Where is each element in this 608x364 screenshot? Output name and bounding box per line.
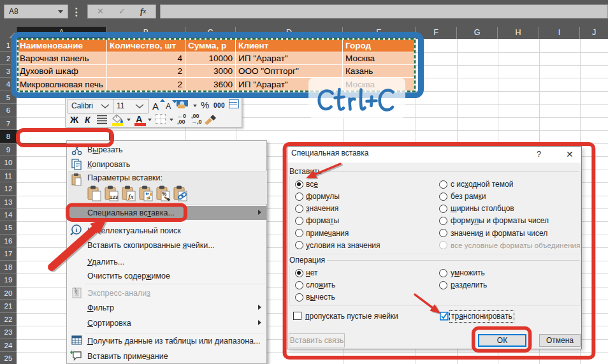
- svg-text:i: i: [76, 226, 78, 233]
- svg-text:%: %: [162, 191, 167, 197]
- svg-text:123: 123: [110, 194, 119, 200]
- svg-text:fx: fx: [128, 193, 133, 200]
